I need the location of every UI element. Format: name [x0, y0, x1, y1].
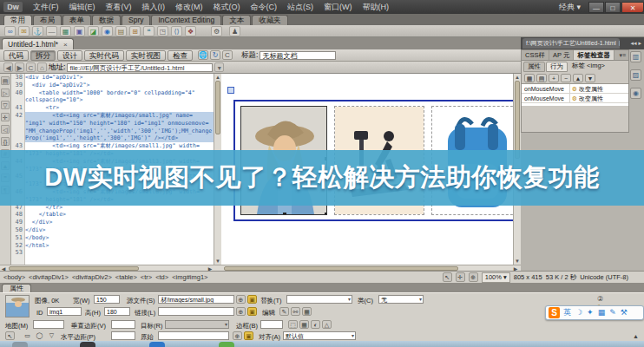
address-dropdown-icon[interactable]: ▾: [214, 62, 224, 72]
menu-item[interactable]: 编辑(E): [64, 0, 101, 14]
menu-item[interactable]: 插入(I): [137, 0, 171, 14]
sogou-logo[interactable]: S: [549, 307, 560, 318]
dock-collapse-icon[interactable]: ◂◂ ▸: [631, 40, 644, 47]
inspector-subtab[interactable]: 行为: [546, 62, 568, 72]
toolbar-icon[interactable]: ∞: [4, 26, 16, 36]
coding-toolbar-icon[interactable]: ▤: [1, 76, 10, 85]
code-line[interactable]: </table>: [25, 211, 214, 219]
image-tool-icon[interactable]: △: [322, 320, 332, 329]
panel-tab[interactable]: CSS样: [522, 50, 549, 60]
class-select[interactable]: 无: [378, 295, 424, 304]
toolbar-icon[interactable]: ▤: [115, 26, 127, 36]
image-tool-icon[interactable]: ▦: [299, 320, 309, 329]
insert-bar-tab[interactable]: 文本: [222, 15, 251, 25]
dock-side-icon[interactable]: ◉: [630, 88, 641, 99]
toolbar-right-icon[interactable]: ⚙: [211, 26, 222, 36]
behavior-toolbar-button[interactable]: −: [561, 74, 571, 82]
coding-toolbar-icon[interactable]: ▷: [1, 88, 10, 97]
align-select[interactable]: 默认值: [283, 331, 356, 340]
code-line[interactable]: Prop('img1','','height','300','IMG')" />…: [25, 134, 214, 142]
poly-hotspot-icon[interactable]: ▽: [47, 331, 56, 340]
vspace-input[interactable]: [111, 320, 135, 329]
window-size-value[interactable]: 805 x 415: [514, 273, 542, 281]
edit-tool-icon[interactable]: ✎: [279, 307, 289, 316]
menu-item[interactable]: 命令(C): [246, 0, 283, 14]
code-line[interactable]: <td><img src="素材/images/small1.jpg" widt…: [25, 142, 214, 150]
browse-folder-icon[interactable]: ▣: [247, 307, 257, 316]
src-input[interactable]: 材/images/small.jpg: [158, 295, 234, 304]
workspace-switcher[interactable]: 经典 ▾: [555, 2, 584, 13]
menu-item[interactable]: 文件(F): [28, 0, 64, 14]
collapse-panel-icon[interactable]: ▲: [633, 333, 639, 339]
view-mode-button[interactable]: 代码: [3, 50, 29, 61]
view-mode-button[interactable]: 实时代码: [84, 50, 124, 61]
minimize-button[interactable]: —: [588, 2, 604, 13]
tag-selector-item[interactable]: <div#apDiv2>: [72, 273, 112, 281]
close-tab-icon[interactable]: ×: [63, 41, 68, 49]
taskbar-icon[interactable]: [12, 342, 28, 347]
refresh-icon[interactable]: C: [26, 62, 36, 72]
browse-folder-icon[interactable]: ▣: [244, 331, 253, 340]
sogou-toolbar-icon[interactable]: ☽: [575, 306, 582, 319]
address-input[interactable]: file:///E|/网页设计/手工艺/Untitled-1.html: [67, 63, 213, 72]
help-icon[interactable]: ②: [597, 295, 603, 303]
doc-toolbar-icon[interactable]: C: [222, 50, 233, 60]
dock-tab-close-icon[interactable]: ▣: [619, 38, 620, 49]
link-input[interactable]: [158, 307, 234, 316]
code-line[interactable]: <tr>: [25, 104, 214, 112]
menu-item[interactable]: 格式(O): [208, 0, 246, 14]
code-line[interactable]: </html>: [25, 242, 214, 250]
code-line[interactable]: <td><img src="素材/images/small.jpg" name=: [25, 112, 214, 120]
menu-item[interactable]: 修改(M): [170, 0, 208, 14]
dock-side-icon[interactable]: ▨: [630, 69, 641, 81]
tag-selector-item[interactable]: <div#apDiv1>: [29, 273, 69, 281]
close-button[interactable]: ✕: [621, 2, 644, 13]
toolbar-icon[interactable]: ⟨⟩: [171, 26, 182, 36]
sogou-toolbar-icon[interactable]: ✎: [609, 306, 616, 319]
document-tab[interactable]: Untitled-1.html* ×: [2, 38, 74, 49]
hand-tool-icon[interactable]: ✛: [456, 272, 465, 282]
select-tool-icon[interactable]: ↖: [443, 272, 452, 282]
scrollbar-thumb[interactable]: [515, 81, 520, 159]
panel-tab[interactable]: AP 元: [549, 50, 574, 60]
edit-tool-icon[interactable]: ▦: [302, 307, 312, 316]
behavior-toolbar-button[interactable]: ▤: [536, 74, 547, 82]
insert-bar-tab[interactable]: 表单: [62, 15, 91, 25]
code-line[interactable]: "img1" width="150" height="180" id="img1…: [25, 120, 214, 128]
code-line[interactable]: cellspacing="10">: [25, 96, 214, 104]
toolbar-icon[interactable]: ❖: [185, 26, 196, 36]
tag-selector-item[interactable]: <img#img1>: [172, 273, 207, 281]
behavior-toolbar-button[interactable]: +: [549, 74, 559, 82]
toolbar-icon[interactable]: ▦: [60, 26, 71, 36]
insert-bar-tab[interactable]: InContext Editing: [151, 15, 221, 25]
rect-hotspot-icon[interactable]: ▭: [23, 331, 32, 340]
document-title-input[interactable]: 无标题文档: [260, 51, 336, 60]
toolbar-right-icon[interactable]: ♟: [229, 26, 240, 36]
oval-hotspot-icon[interactable]: ◯: [35, 331, 44, 340]
code-line[interactable]: "MM_changeProp('img1','','width','300','…: [25, 128, 214, 135]
tag-selector-item[interactable]: <table>: [115, 273, 137, 281]
insert-bar-tab[interactable]: 数据: [92, 15, 121, 25]
inspector-subtab[interactable]: 属性: [523, 62, 545, 72]
scrollbar-thumb[interactable]: [215, 81, 220, 134]
menu-item[interactable]: 帮助(H): [358, 0, 395, 14]
coding-toolbar-icon[interactable]: ◁: [1, 125, 10, 134]
menu-item[interactable]: 站点(S): [282, 0, 319, 14]
view-mode-button[interactable]: 检查: [168, 50, 193, 61]
taskbar-icon[interactable]: [80, 342, 95, 347]
toolbar-icon[interactable]: ◳: [157, 26, 168, 36]
toolbar-icon[interactable]: ⚓: [32, 26, 43, 36]
view-mode-button[interactable]: 实时视图: [126, 50, 166, 61]
menu-item[interactable]: 查看(V): [101, 0, 137, 14]
edit-tool-icon[interactable]: ⚯: [291, 307, 300, 316]
zoom-level-select[interactable]: 100% ▾: [482, 272, 510, 283]
panel-menu-icon[interactable]: ▾≡: [616, 50, 628, 60]
browse-folder-icon[interactable]: ▣: [247, 295, 257, 304]
alt-select[interactable]: [286, 295, 352, 304]
behavior-row[interactable]: onMouseMove ⚙ 改变属性: [522, 84, 628, 94]
tag-selector-item[interactable]: <td>: [155, 273, 168, 281]
forward-icon[interactable]: ▶: [15, 62, 24, 72]
doc-toolbar-icon[interactable]: 🌐: [198, 50, 208, 60]
sogou-toolbar-icon[interactable]: ✦: [587, 306, 594, 319]
panel-tab[interactable]: 标签检查器: [574, 50, 614, 60]
